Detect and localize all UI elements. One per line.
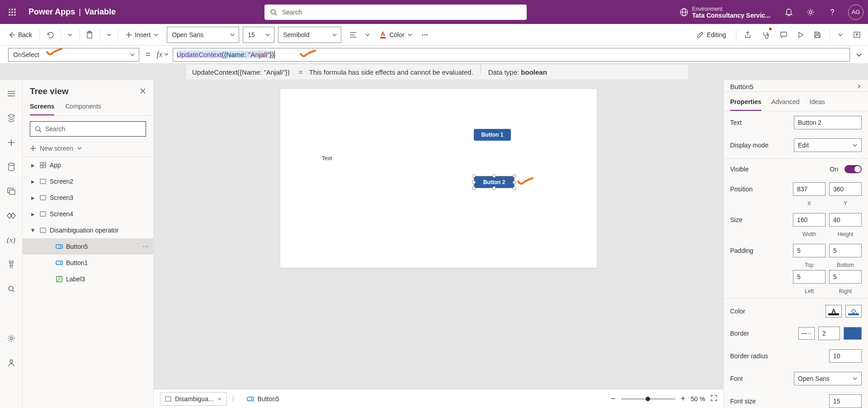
rail-media-icon[interactable] — [2, 182, 20, 200]
canvas-button2-selected[interactable]: Button 2 — [474, 176, 514, 188]
rail-hamburger-icon[interactable] — [2, 85, 20, 103]
align-button[interactable] — [346, 27, 360, 43]
font-family-select[interactable]: Open Sans — [167, 27, 239, 43]
resize-handle[interactable] — [513, 174, 516, 178]
resize-handle[interactable] — [513, 186, 516, 190]
expand-icon[interactable]: ▶ — [30, 195, 36, 200]
border-width-input[interactable]: 2 — [818, 327, 840, 340]
zoom-out-button[interactable]: − — [611, 394, 616, 403]
fx-chevron[interactable] — [164, 51, 169, 58]
font-color-button[interactable]: Color — [375, 27, 417, 43]
global-search-input[interactable]: Search — [264, 5, 527, 20]
save-chevron[interactable] — [834, 27, 847, 43]
padding-right-input[interactable]: 5 — [829, 270, 862, 284]
tree-search-input[interactable]: Search — [30, 121, 146, 137]
tree-item-screen3[interactable]: ▶ Screen3 — [23, 190, 153, 206]
tab-ideas[interactable]: Ideas — [810, 95, 825, 111]
padding-bottom-input[interactable]: 5 — [829, 244, 862, 257]
tree-item-disambiguation[interactable]: ▶ Disambiguation operator — [23, 222, 153, 238]
formula-input[interactable]: UpdateContext({Name: "Anjali"}) — [173, 48, 850, 62]
editing-mode-button[interactable]: Editing — [691, 27, 731, 43]
breadcrumb-control[interactable]: Button5 — [242, 392, 284, 406]
expand-icon[interactable]: ▶ — [30, 212, 36, 217]
rail-virtual-agent-icon[interactable] — [2, 354, 20, 372]
undo-button[interactable] — [42, 27, 58, 43]
resize-handle[interactable] — [492, 174, 496, 178]
user-avatar[interactable]: AG — [848, 5, 863, 20]
comments-button[interactable] — [776, 27, 791, 43]
breadcrumb-screen[interactable]: Disambigua... — [160, 392, 227, 406]
font-color-picker[interactable]: A — [826, 305, 842, 318]
align-chevron[interactable] — [361, 27, 374, 43]
zoom-in-button[interactable]: + — [681, 394, 686, 403]
resize-handle[interactable] — [472, 174, 476, 178]
tab-properties[interactable]: Properties — [730, 95, 761, 111]
notifications-icon[interactable] — [778, 2, 799, 23]
text-input[interactable]: Button 2 — [794, 116, 862, 129]
rail-search-icon[interactable] — [2, 280, 20, 298]
fit-to-screen-button[interactable] — [711, 395, 717, 403]
padding-top-input[interactable]: 5 — [793, 244, 826, 257]
resize-handle[interactable] — [513, 180, 516, 184]
canvas-label3[interactable]: Text — [322, 155, 332, 161]
font-size-input[interactable]: 15 — [829, 394, 862, 408]
property-selector[interactable]: OnSelect — [8, 48, 139, 62]
height-input[interactable]: 40 — [829, 213, 862, 227]
canvas-viewport[interactable]: Button 1 Text Button 2 — [154, 80, 723, 408]
rail-insert-icon[interactable] — [2, 133, 20, 152]
resize-handle[interactable] — [472, 186, 476, 190]
resize-handle[interactable] — [492, 186, 496, 190]
help-icon[interactable] — [822, 2, 843, 23]
border-color-picker[interactable] — [844, 327, 862, 340]
border-radius-input[interactable]: 10 — [829, 349, 862, 363]
tab-advanced[interactable]: Advanced — [771, 95, 799, 111]
save-button[interactable] — [810, 27, 825, 43]
tree-item-screen2[interactable]: ▶ Screen2 — [23, 173, 153, 190]
collapse-icon[interactable]: ▶ — [31, 227, 36, 233]
display-mode-select[interactable]: Edit — [794, 138, 862, 152]
canvas-button1[interactable]: Button 1 — [474, 129, 511, 141]
tab-components[interactable]: Components — [65, 99, 101, 115]
undo-split-chevron[interactable] — [64, 27, 76, 43]
settings-icon[interactable] — [800, 2, 821, 23]
rail-tree-view-icon[interactable] — [2, 109, 20, 127]
new-screen-button[interactable]: New screen — [23, 142, 153, 157]
font-select[interactable]: Open Sans — [794, 372, 862, 385]
rail-settings-icon[interactable] — [2, 329, 20, 347]
environment-picker[interactable]: Environment Tata Consultancy Servic... — [671, 6, 778, 19]
publish-button[interactable] — [849, 27, 864, 43]
font-weight-select[interactable]: Semibold — [278, 27, 341, 43]
tree-item-button5[interactable]: Button5 ⋯ — [23, 238, 153, 255]
tree-item-app[interactable]: ▶ App — [23, 157, 153, 173]
position-y-input[interactable]: 360 — [829, 182, 862, 196]
paste-button[interactable] — [82, 27, 97, 43]
back-button[interactable]: Back — [4, 27, 37, 43]
rail-data-icon[interactable] — [2, 158, 20, 176]
width-input[interactable]: 160 — [793, 213, 826, 227]
insert-button[interactable]: Insert — [121, 27, 163, 43]
tree-item-screen4[interactable]: ▶ Screen4 — [23, 206, 153, 222]
paste-split-chevron[interactable] — [103, 27, 115, 43]
rail-tools-icon[interactable] — [2, 256, 20, 274]
panel-expand-icon[interactable] — [856, 83, 862, 90]
zoom-thumb[interactable] — [646, 397, 650, 401]
position-x-input[interactable]: 837 — [793, 182, 826, 196]
overflow-button[interactable]: ⋯ — [418, 27, 433, 43]
expand-icon[interactable]: ▶ — [30, 163, 36, 168]
expand-icon[interactable]: ▶ — [30, 179, 36, 184]
tree-item-label3[interactable]: Label3 — [23, 271, 153, 287]
zoom-slider[interactable] — [621, 398, 675, 400]
rail-variables-icon[interactable]: (x) — [2, 231, 20, 249]
rail-automate-icon[interactable] — [2, 207, 20, 225]
padding-left-input[interactable]: 5 — [793, 270, 826, 284]
share-button[interactable] — [741, 27, 755, 43]
resize-handle[interactable] — [472, 180, 476, 184]
app-launcher-icon[interactable] — [0, 8, 24, 16]
design-canvas[interactable]: Button 1 Text Button 2 — [280, 89, 597, 268]
border-style-select[interactable] — [798, 327, 815, 340]
tab-screens[interactable]: Screens — [30, 99, 54, 115]
font-size-select[interactable]: 15 — [243, 27, 274, 43]
preview-button[interactable] — [794, 27, 807, 43]
app-checker-button[interactable] — [758, 27, 774, 43]
fill-color-picker[interactable] — [845, 305, 862, 318]
